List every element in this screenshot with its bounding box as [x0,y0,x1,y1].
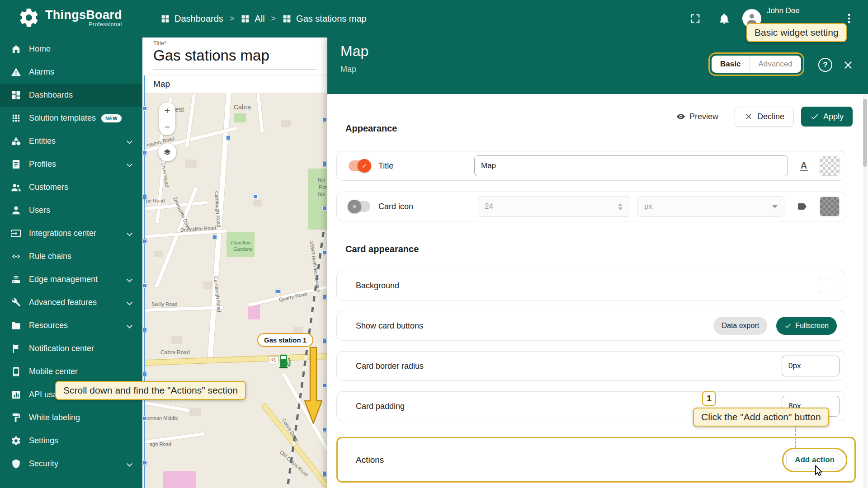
edge-icon [11,274,21,285]
selection-handle[interactable] [253,194,258,199]
help-button[interactable]: ? [818,58,832,72]
selection-handle[interactable] [276,289,280,294]
sidebar-item-white-labeling[interactable]: White labeling [0,406,142,429]
appearance-heading: Appearance [345,123,397,134]
selection-handle[interactable] [142,460,147,465]
selection-handle[interactable] [226,136,231,140]
data-export-chip[interactable]: Data export [713,317,767,335]
breadcrumb-dashboards[interactable]: Dashboards [160,14,223,24]
sidebar-item-security[interactable]: Security [0,452,142,475]
templates-icon [11,113,21,123]
sidebar-item-settings[interactable]: Settings [0,429,142,452]
selection-handle[interactable] [322,339,327,343]
selection-handle[interactable] [142,195,147,199]
map-building [189,408,201,416]
map-building [203,282,213,289]
sidebar-item-notification-center[interactable]: Notification center [0,337,142,360]
fullscreen-chip[interactable]: Fullscreen [776,317,837,335]
sidebar-item-mobile-center[interactable]: Mobile center [0,360,142,383]
sidebar-item-users[interactable]: Users [0,199,142,222]
card-icon-color-picker[interactable] [820,197,840,216]
decline-button[interactable]: Decline [735,107,794,127]
breadcrumb-all[interactable]: All [241,14,264,24]
breadcrumb-current[interactable]: Gas stations map [282,14,367,24]
show-card-buttons-row: Show card buttons Data export Fullscreen [336,311,846,341]
tab-basic[interactable]: Basic [712,56,749,73]
sidebar-item-solution-templates[interactable]: Solution templatesNEW [0,107,142,130]
gas-pump-marker-icon[interactable] [279,353,291,369]
selection-handle[interactable] [142,416,147,421]
sidebar-item-edge-management[interactable]: Edge management [0,268,142,291]
widget-title-input[interactable] [474,155,788,176]
selection-handle[interactable] [322,162,327,166]
title-toggle[interactable]: ✓ [349,160,370,171]
chevron-down-icon [127,461,132,467]
background-color-swatch[interactable] [818,278,833,293]
selection-handle[interactable] [142,106,147,111]
selection-handle[interactable] [322,117,327,122]
map-layers-button[interactable] [158,143,176,161]
scrollbar-thumb[interactable] [863,99,867,167]
selection-handle[interactable] [322,206,327,211]
breadcrumb-separator: > [230,14,235,23]
apply-button[interactable]: Apply [801,107,853,127]
zoom-in-button[interactable]: + [159,103,175,119]
sidebar-item-resources[interactable]: Resources [0,314,142,337]
title-color-picker[interactable] [820,156,840,176]
map-zoom-control: + − [159,103,175,135]
map-place-label: agh Road [150,441,171,447]
tab-advanced[interactable]: Advanced [749,56,801,73]
dashboards-grid-icon [282,14,292,23]
map-place-label: orman Middle [148,415,178,421]
selection-handle[interactable] [322,250,327,255]
app-logo[interactable]: ThingsBoard Professional [18,7,122,28]
card-icon-toggle[interactable]: ✕ [349,201,370,212]
selection-handle[interactable] [322,383,327,388]
close-button[interactable] [842,59,854,71]
selection-handle[interactable] [142,283,147,288]
notifications-button[interactable] [718,12,731,25]
stepper-icon[interactable] [618,203,623,210]
sidebar-item-integrations-center[interactable]: Integrations center [0,222,142,245]
selection-handle[interactable] [322,295,327,299]
widget-title-field-value[interactable]: Gas stations map [153,47,269,64]
top-header: ThingsBoard Professional Dashboards > Al… [0,0,868,38]
basic-widget-setting-tooltip: Basic widget setting [746,23,847,42]
selection-handle[interactable] [322,427,327,432]
sidebar-item-profiles[interactable]: Profiles [0,153,142,176]
font-settings-button[interactable]: A [793,155,814,176]
sidebar-item-rule-chains[interactable]: Rule chains [0,245,142,268]
selection-handle[interactable] [142,150,147,155]
zoom-out-button[interactable]: − [159,119,175,136]
dashboards-grid-icon [241,14,250,23]
sidebar-item-advanced-features[interactable]: Advanced features [0,291,142,314]
background-setting-row: Background [336,271,846,300]
alarms-icon [11,67,21,77]
sidebar-item-entities[interactable]: Entities [0,130,142,153]
preview-button[interactable]: Preview [667,107,727,127]
card-appearance-heading: Card appearance [345,244,419,254]
card-border-radius-input[interactable] [782,356,840,376]
map-place-label: ge Road [146,198,165,203]
selection-handle[interactable] [142,328,147,332]
layers-icon [163,148,172,157]
map-zone-area [163,471,196,488]
selection-handle[interactable] [212,235,217,239]
selection-handle[interactable] [142,239,147,244]
card-icon-unit-select[interactable]: px [637,196,784,217]
selection-handle[interactable] [322,472,327,476]
map-park-area [234,113,246,122]
map-road [145,400,190,413]
gas-station-marker-label[interactable]: Gas station 1 [257,333,313,347]
sidebar-item-dashboards[interactable]: Dashboards [0,84,142,107]
icon-picker-button[interactable] [792,196,812,217]
fullscreen-button[interactable] [689,12,702,25]
card-icon-size-input[interactable]: 24 [478,196,630,217]
sidebar-item-home[interactable]: Home [0,38,142,61]
title-setting-row: ✓ Title A [336,151,846,181]
selection-handle[interactable] [142,372,147,376]
map-widget[interactable]: Map WestCabramanus RoadInver Roadge Road… [145,75,327,488]
map-canvas[interactable]: WestCabramanus RoadInver Roadge RoadDrum… [145,93,327,488]
sidebar-item-customers[interactable]: Customers [0,176,142,199]
sidebar-item-alarms[interactable]: Alarms [0,61,142,84]
